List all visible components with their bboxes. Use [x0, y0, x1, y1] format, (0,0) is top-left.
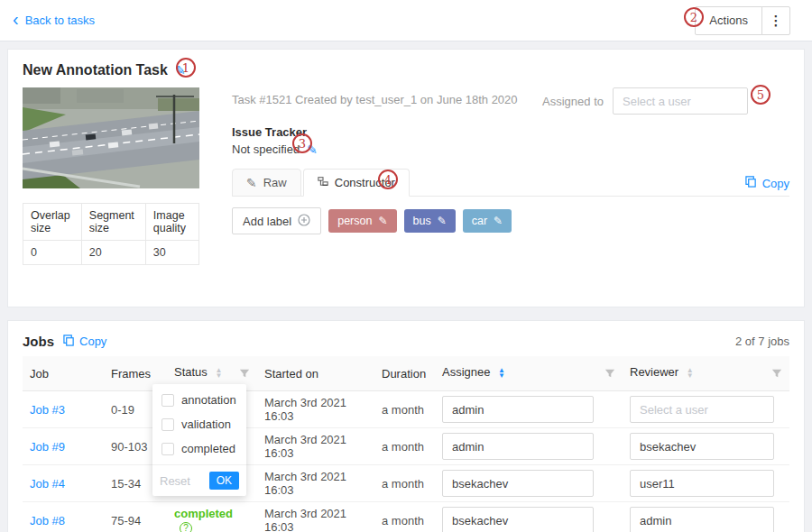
label-chips: person ✎ bus ✎ car ✎ [328, 207, 512, 233]
label-name: bus [413, 215, 431, 227]
reviewer-filter-icon[interactable] [771, 368, 782, 381]
col-started: Started on [257, 356, 374, 391]
job-status: completed [174, 507, 233, 520]
status-sort-icon[interactable]: ▲▼ [215, 368, 222, 379]
label-chip[interactable]: person ✎ [328, 209, 396, 233]
question-circle-icon[interactable]: ? [180, 522, 192, 532]
label-chip[interactable]: bus ✎ [404, 209, 456, 233]
job-link[interactable]: Job #8 [30, 514, 65, 527]
chevron-left-icon: ‹ [13, 10, 19, 28]
assigned-to-group: Assigned to [542, 87, 748, 115]
jobs-title: Jobs [23, 334, 54, 349]
assignee-input[interactable] [442, 470, 594, 497]
task-body: Overlap sizeSegment sizeImage quality 02… [23, 87, 789, 294]
col-job: Job [23, 356, 104, 391]
table-row: Job #9 90-103 ? March 3rd 2021 16:03 a m… [23, 428, 789, 465]
copy-icon [745, 176, 757, 190]
param-header: Segment size [81, 204, 145, 241]
issue-tracker: Issue Tracker Not specified ✎ [232, 125, 789, 156]
reviewer-input[interactable] [630, 433, 774, 460]
filter-footer: Reset OK [152, 464, 246, 496]
table-row: Job #4 15-34 ? March 3rd 2021 16:03 a mo… [23, 465, 789, 502]
jobs-card: Jobs Copy 2 of 7 jobs Job Frames [7, 320, 805, 532]
back-link[interactable]: ‹ Back to tasks [13, 13, 95, 28]
col-reviewer: Reviewer ▲▼ [623, 356, 789, 391]
actions-group: Actions ⋮ [695, 6, 790, 35]
back-label: Back to tasks [25, 14, 95, 27]
label-chip[interactable]: car ✎ [463, 209, 512, 233]
tab-raw[interactable]: ✎ Raw [232, 169, 301, 197]
filter-reset-button[interactable]: Reset [160, 474, 190, 488]
filter-options: annotation validation completed [152, 388, 246, 461]
label-name: person [337, 215, 372, 227]
param-value: 0 [23, 241, 82, 265]
filter-option[interactable]: annotation [152, 388, 246, 412]
plus-circle-icon [298, 214, 310, 229]
status-filter-icon[interactable] [239, 368, 250, 381]
callout-1: 1 [176, 58, 196, 78]
actions-button[interactable]: Actions [695, 6, 762, 35]
job-started: March 3rd 2021 16:03 [257, 465, 374, 502]
reviewer-sort-icon[interactable]: ▲▼ [687, 368, 694, 379]
jobs-table-header-row: Job Frames Status ▲▼ Started on Duration [23, 356, 789, 391]
job-link[interactable]: Job #4 [30, 477, 65, 491]
reviewer-input[interactable] [630, 470, 774, 497]
checkbox[interactable] [161, 418, 174, 431]
table-row: Job #8 75-94 completed? March 3rd 2021 1… [23, 502, 789, 532]
checkbox[interactable] [161, 394, 174, 407]
edit-label-icon[interactable]: ✎ [494, 216, 503, 226]
param-header: Overlap size [23, 204, 82, 241]
param-values-row: 02030 [23, 241, 199, 265]
jobs-copy-link[interactable]: Copy [63, 335, 106, 349]
task-right-column: Task #1521 Created by test_user_1 on Jun… [232, 87, 789, 294]
issue-tracker-label: Issue Tracker [232, 125, 789, 139]
labels-tabs: ✎ Raw Constructor Copy [232, 169, 789, 197]
task-meta: Task #1521 Created by test_user_1 on Jun… [232, 87, 518, 106]
job-link[interactable]: Job #3 [30, 403, 65, 417]
filter-option[interactable]: validation [152, 412, 246, 436]
checkbox[interactable] [161, 443, 174, 455]
job-started: March 3rd 2021 16:03 [257, 428, 374, 465]
jobs-table: Job Frames Status ▲▼ Started on Duration [23, 356, 789, 532]
more-actions-button[interactable]: ⋮ [761, 6, 790, 35]
edit-label-icon[interactable]: ✎ [378, 216, 387, 226]
filter-option[interactable]: completed [152, 436, 246, 461]
edit-label-icon[interactable]: ✎ [438, 216, 447, 226]
jobs-table-body: Job #3 0-19 ? March 3rd 2021 16:03 a mon… [23, 391, 789, 532]
reviewer-input[interactable] [630, 396, 774, 423]
filter-ok-button[interactable]: OK [209, 472, 239, 490]
task-meta-row: Task #1521 Created by test_user_1 on Jun… [232, 87, 789, 115]
col-duration: Duration [374, 356, 435, 391]
param-headers-row: Overlap sizeSegment sizeImage quality [23, 204, 199, 241]
param-value: 20 [81, 241, 145, 265]
task-preview-image [23, 87, 199, 188]
assignee-input[interactable] [442, 396, 594, 423]
job-duration: a month [374, 428, 435, 465]
jobs-count: 2 of 7 jobs [735, 335, 789, 348]
labels-copy-link[interactable]: Copy [745, 176, 789, 196]
task-params-table: Overlap sizeSegment sizeImage quality 02… [23, 203, 199, 265]
page: ‹ Back to tasks Actions ⋮ New Annotation… [0, 0, 812, 532]
status-filter-dropdown: annotation validation completed Reset OK [152, 384, 246, 496]
job-duration: a month [374, 502, 435, 532]
task-title-row: New Annotation Task ✎ [23, 62, 789, 78]
task-left-column: Overlap sizeSegment sizeImage quality 02… [23, 87, 199, 294]
reviewer-input[interactable] [630, 507, 774, 532]
assignee-input[interactable] [442, 433, 594, 460]
callout-3: 3 [292, 133, 312, 153]
add-label-button[interactable]: Add label [232, 207, 321, 234]
param-value: 30 [145, 241, 198, 265]
task-assignee-input[interactable] [613, 87, 748, 115]
assignee-filter-icon[interactable] [604, 368, 615, 381]
assigned-to-label: Assigned to [542, 95, 604, 108]
job-duration: a month [374, 391, 435, 428]
assignee-input[interactable] [442, 507, 594, 532]
job-status-cell: completed? [167, 502, 257, 532]
pencil-icon: ✎ [246, 177, 257, 189]
jobs-header: Jobs Copy 2 of 7 jobs [23, 334, 789, 349]
issue-tracker-value: Not specified [232, 142, 300, 156]
assignee-sort-icon[interactable]: ▲▼ [498, 368, 505, 379]
job-link[interactable]: Job #9 [30, 440, 65, 454]
label-name: car [472, 215, 487, 227]
task-card: New Annotation Task ✎ [7, 49, 805, 307]
